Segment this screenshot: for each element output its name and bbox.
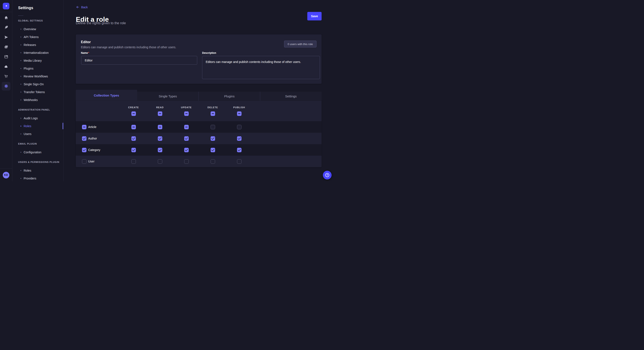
tab-single-types[interactable]: Single Types — [137, 92, 198, 101]
settings-gear-icon — [4, 84, 8, 88]
user-avatar[interactable]: KD — [3, 172, 9, 178]
sidebar-item-label: Audit Logs — [24, 117, 38, 120]
sidebar-section-label: GLOBAL SETTINGS — [18, 19, 63, 22]
table-row-author: Author — [76, 133, 322, 144]
sidebar-item-webhooks[interactable]: Webhooks — [18, 96, 63, 104]
sidebar-item-providers[interactable]: Providers — [18, 174, 63, 181]
column-header-publish: PUBLISH — [233, 106, 245, 109]
checkbox-article-delete[interactable] — [210, 125, 215, 129]
checkbox-article-read[interactable] — [158, 125, 162, 129]
column-header-delete: DELETE — [208, 106, 218, 109]
nav-cloud[interactable] — [2, 62, 10, 71]
strapi-logo-button[interactable] — [3, 3, 9, 9]
nav-cart[interactable] — [2, 72, 10, 81]
sidebar-item-internationalization[interactable]: Internationalization — [18, 49, 63, 57]
page-subtitle: Define the rights given to the role — [76, 21, 126, 25]
sidebar-item-roles-2[interactable]: Roles — [18, 167, 63, 174]
checkbox-select-category[interactable] — [82, 148, 86, 152]
bullet-icon — [20, 29, 21, 29]
checkbox-category-create[interactable] — [132, 148, 136, 152]
checkbox-user-publish[interactable] — [237, 159, 242, 164]
sidebar-item-api-tokens[interactable]: API Tokens — [18, 33, 63, 41]
row-label: User — [88, 160, 120, 163]
nav-paper-plane[interactable] — [2, 33, 10, 42]
column-header-create: CREATE — [128, 106, 139, 109]
bullet-icon — [20, 52, 21, 53]
checkbox-user-read[interactable] — [158, 159, 162, 164]
media-library-icon — [4, 45, 8, 49]
bullet-icon — [20, 100, 21, 100]
tab-settings[interactable]: Settings — [260, 92, 322, 101]
checkbox-select-article[interactable] — [82, 125, 86, 129]
nav-media-library[interactable] — [2, 43, 10, 51]
checkbox-article-create[interactable] — [132, 125, 136, 129]
checkbox-select-user[interactable] — [82, 159, 86, 164]
sidebar-item-label: Single Sign-On — [24, 82, 44, 86]
sidebar-item-single-sign-on[interactable]: Single Sign-On — [18, 80, 63, 88]
save-button[interactable]: Save — [307, 12, 322, 20]
checkbox-author-delete[interactable] — [210, 136, 215, 141]
bullet-icon — [20, 44, 21, 45]
permissions-rows: ArticleAuthorCategoryUser — [76, 121, 322, 167]
sidebar-item-plugins[interactable]: Plugins — [18, 64, 63, 72]
description-field[interactable]: Editors can manage and publish contents … — [202, 56, 320, 79]
nav-settings-gear[interactable] — [2, 82, 10, 91]
checkbox-category-delete[interactable] — [210, 148, 215, 152]
sidebar-item-releases[interactable]: Releases — [18, 41, 63, 49]
checkbox-select-all-publish[interactable] — [237, 111, 242, 116]
checkbox-user-update[interactable] — [184, 159, 189, 164]
sidebar-item-label: Internationalization — [24, 51, 49, 54]
checkbox-author-update[interactable] — [184, 136, 189, 141]
nav-feather[interactable] — [2, 23, 10, 32]
checkbox-article-update[interactable] — [184, 125, 189, 129]
name-field[interactable] — [81, 56, 197, 65]
nav-rail-items — [2, 13, 10, 91]
sidebar-item-transfer-tokens[interactable]: Transfer Tokens — [18, 88, 63, 96]
role-details-card: Editor Editors can manage and publish co… — [76, 34, 322, 84]
checkbox-select-author[interactable] — [82, 136, 86, 141]
sidebar-item-audit-logs[interactable]: Audit Logs — [18, 114, 63, 122]
checkbox-select-all-update[interactable] — [184, 111, 189, 116]
tab-collection-types[interactable]: Collection Types — [76, 90, 137, 101]
bullet-icon — [20, 68, 21, 69]
sidebar-item-media-library[interactable]: Media Library — [18, 57, 63, 64]
checkbox-category-publish[interactable] — [237, 148, 242, 152]
sidebar-item-overview[interactable]: Overview — [18, 25, 63, 33]
role-name-heading: Editor — [81, 40, 91, 44]
checkbox-author-create[interactable] — [132, 136, 136, 141]
users-with-role-button[interactable]: 0 users with this role — [284, 41, 317, 47]
bullet-icon — [20, 84, 21, 85]
sidebar-title-rule — [18, 15, 24, 16]
sidebar-item-users[interactable]: Users — [18, 130, 63, 138]
cart-icon — [4, 74, 8, 78]
sidebar-item-label: Configuration — [24, 151, 41, 154]
back-button[interactable]: Back — [76, 5, 88, 9]
checkbox-category-update[interactable] — [184, 148, 189, 152]
nav-home[interactable] — [2, 13, 10, 22]
column-header-update: UPDATE — [181, 106, 192, 109]
layout-icon — [4, 55, 8, 59]
sidebar-item-configuration[interactable]: Configuration — [18, 148, 63, 156]
checkbox-article-publish[interactable] — [237, 125, 242, 129]
checkbox-select-all-delete[interactable] — [210, 111, 215, 116]
sidebar-item-roles[interactable]: Roles — [18, 122, 63, 130]
sidebar-item-label: Review Workflows — [24, 75, 48, 78]
tab-plugins[interactable]: Plugins — [198, 92, 260, 101]
checkbox-category-read[interactable] — [158, 148, 162, 152]
checkbox-author-publish[interactable] — [237, 136, 242, 141]
sidebar-item-label: Overview — [24, 27, 36, 31]
checkbox-user-create[interactable] — [132, 159, 136, 164]
bullet-icon — [20, 178, 21, 179]
bullet-icon — [20, 60, 21, 61]
checkbox-select-all-read[interactable] — [158, 111, 162, 116]
sidebar-item-label: Media Library — [24, 59, 42, 62]
sidebar-item-review-workflows[interactable]: Review Workflows — [18, 72, 63, 80]
sidebar-title: Settings — [18, 5, 63, 10]
table-row-category: Category — [76, 144, 322, 156]
help-button[interactable]: ? — [323, 171, 332, 179]
checkbox-select-all-create[interactable] — [132, 111, 136, 116]
checkbox-user-delete[interactable] — [210, 159, 215, 164]
sidebar-section-label: EMAIL PLUGIN — [18, 143, 63, 145]
nav-layout[interactable] — [2, 52, 10, 61]
checkbox-author-read[interactable] — [158, 136, 162, 141]
